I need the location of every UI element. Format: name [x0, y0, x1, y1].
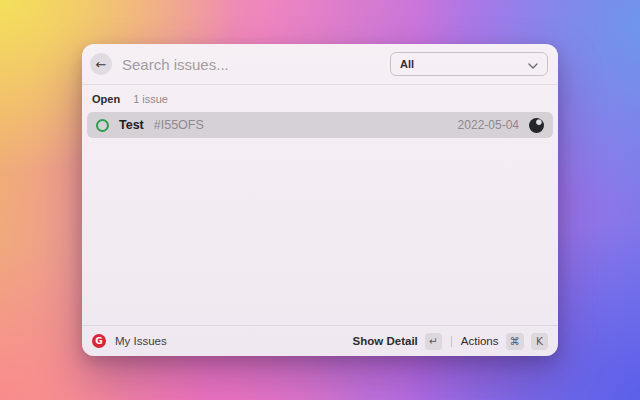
actions-label: Actions: [461, 335, 499, 347]
search-issues-window: ← All Open 1 issue Test #I55OFS 2022-05-…: [82, 44, 558, 356]
issue-title: Test: [119, 118, 144, 132]
issue-id: #I55OFS: [154, 118, 204, 132]
back-button[interactable]: ←: [90, 53, 112, 75]
k-key-icon: K: [531, 333, 548, 350]
app-logo-letter: G: [95, 337, 102, 346]
show-detail-label: Show Detail: [353, 335, 418, 347]
open-issue-status-icon: [96, 119, 109, 132]
search-input[interactable]: [122, 56, 378, 73]
section-status-label: Open: [92, 93, 120, 105]
filter-dropdown[interactable]: All: [390, 52, 548, 76]
app-logo-icon: G: [92, 334, 106, 348]
actions-button[interactable]: Actions ⌘ K: [461, 333, 548, 350]
my-issues-label: My Issues: [115, 335, 167, 347]
command-key-icon: ⌘: [506, 333, 525, 350]
issue-row[interactable]: Test #I55OFS 2022-05-04: [87, 112, 553, 138]
chevron-down-icon: [528, 55, 538, 73]
show-detail-button[interactable]: Show Detail ↵: [353, 333, 442, 350]
issue-date: 2022-05-04: [458, 118, 519, 132]
filter-dropdown-value: All: [400, 58, 414, 70]
footer-divider: [451, 336, 452, 347]
list-empty-area: [82, 138, 558, 325]
assignee-avatar: [529, 118, 544, 133]
return-key-icon: ↵: [425, 333, 442, 350]
list-section-header: Open 1 issue: [82, 85, 558, 109]
desktop-background: { "window": { "header": { "back_icon": "…: [0, 0, 640, 400]
back-arrow-icon: ←: [96, 58, 107, 71]
section-count-label: 1 issue: [133, 93, 168, 105]
search-header: ← All: [82, 44, 558, 85]
footer-bar: G My Issues Show Detail ↵ Actions ⌘ K: [82, 325, 558, 356]
